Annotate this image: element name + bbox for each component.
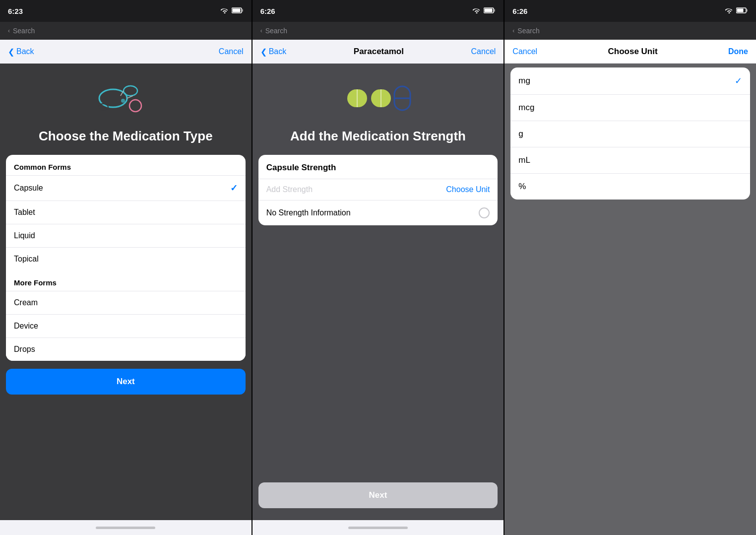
status-icons-panel3 — [725, 7, 748, 15]
search-bar-panel1[interactable]: ‹ Search — [0, 22, 252, 40]
search-bar-panel3[interactable]: ‹ Search — [504, 22, 756, 40]
list-item-tablet[interactable]: Tablet — [6, 201, 246, 224]
back-chevron-icon-p2: ❮ — [260, 47, 267, 57]
panel-choose-medication-type: 6:23 ‹ Search ❮ Back Cancel — [0, 0, 252, 535]
medication-type-card: Common Forms Capsule ✓ Tablet Liquid Top… — [6, 155, 246, 361]
battery-icon — [232, 7, 244, 15]
next-button-panel2-disabled: Next — [258, 482, 498, 508]
no-strength-row[interactable]: No Strength Information — [258, 200, 498, 225]
page-title-panel2: Add the Medication Strength — [280, 128, 476, 155]
back-label-panel2: Back — [269, 47, 287, 56]
search-bar-panel2[interactable]: ‹ Search — [252, 22, 504, 40]
capsule-illustration — [343, 78, 413, 118]
status-bar-panel2: 6:26 — [252, 0, 504, 22]
unit-mg-label: mg — [518, 76, 530, 86]
drops-label: Drops — [14, 345, 35, 354]
nav-bar-panel3: Cancel Choose Unit Done — [504, 40, 756, 64]
search-bar-text-panel3: Search — [517, 27, 539, 35]
home-bar-panel2 — [348, 527, 408, 529]
svg-point-5 — [129, 100, 141, 112]
svg-rect-11 — [485, 8, 493, 12]
next-button-panel1[interactable]: Next — [6, 369, 246, 395]
strength-card: Capsule Strength Add Strength Choose Uni… — [258, 155, 498, 225]
back-button-panel1[interactable]: ❮ Back — [8, 47, 34, 57]
unit-g-label: g — [518, 129, 523, 139]
no-strength-radio[interactable] — [479, 207, 490, 218]
topical-label: Topical — [14, 255, 39, 264]
unit-item-ml[interactable]: mL — [510, 147, 750, 173]
unit-item-mcg[interactable]: mcg — [510, 94, 750, 121]
unit-ml-label: mL — [518, 155, 530, 165]
status-icons-panel1 — [221, 7, 244, 15]
liquid-label: Liquid — [14, 231, 35, 240]
cream-label: Cream — [14, 298, 38, 307]
wifi-icon-p2 — [473, 7, 481, 15]
common-forms-label: Common Forms — [6, 155, 246, 175]
svg-point-7 — [121, 99, 125, 103]
home-bar-panel1 — [96, 527, 155, 529]
svg-rect-21 — [747, 9, 748, 11]
status-icons-panel2 — [473, 7, 496, 15]
status-bar-panel1: 6:23 — [0, 0, 252, 22]
wifi-icon-p3 — [725, 7, 733, 15]
more-forms-label: More Forms — [6, 270, 246, 291]
nav-bar-panel2: ❮ Back Paracetamol Cancel — [252, 40, 504, 64]
strength-input-row[interactable]: Add Strength Choose Unit — [258, 179, 498, 200]
page-title-panel1: Choose the Medication Type — [29, 128, 223, 155]
choose-unit-button[interactable]: Choose Unit — [446, 185, 490, 194]
done-button-panel3[interactable]: Done — [728, 47, 748, 56]
hero-image-panel2 — [252, 64, 504, 128]
battery-icon-p3 — [736, 7, 748, 15]
back-chevron-icon: ❮ — [8, 47, 14, 57]
capsule-label: Capsule — [14, 184, 43, 193]
status-time-panel2: 6:26 — [260, 7, 275, 15]
battery-icon-p2 — [484, 7, 496, 15]
back-label-panel1: Back — [16, 47, 34, 56]
svg-rect-20 — [737, 8, 744, 12]
home-indicator-panel2 — [252, 520, 504, 535]
medication-type-illustration — [93, 78, 158, 118]
list-item-drops[interactable]: Drops — [6, 337, 246, 361]
list-item-device[interactable]: Device — [6, 314, 246, 337]
search-chevron-icon: ‹ — [8, 27, 10, 34]
unit-item-g[interactable]: g — [510, 121, 750, 147]
cancel-button-panel1[interactable]: Cancel — [219, 47, 244, 56]
unit-percent-label: % — [518, 182, 526, 192]
home-indicator-panel1 — [0, 520, 252, 535]
cancel-button-panel2[interactable]: Cancel — [471, 47, 496, 56]
hero-image-panel1 — [0, 64, 252, 128]
unit-mg-checkmark: ✓ — [735, 75, 742, 86]
list-item-topical[interactable]: Topical — [6, 247, 246, 270]
unit-item-mg[interactable]: mg ✓ — [510, 67, 750, 94]
capsule-checkmark: ✓ — [230, 183, 238, 194]
svg-rect-1 — [232, 8, 240, 12]
content-area-panel1: Choose the Medication Type Common Forms … — [0, 64, 252, 520]
unit-picker-card: mg ✓ mcg g mL % — [510, 67, 750, 200]
search-bar-text-panel1: Search — [13, 27, 35, 35]
nav-bar-panel1: ❮ Back Cancel — [0, 40, 252, 64]
panel-add-medication-strength: 6:26 ‹ Search ❮ Back Paracet — [252, 0, 504, 535]
nav-title-panel2: Paracetamol — [354, 47, 404, 57]
list-item-liquid[interactable]: Liquid — [6, 224, 246, 247]
svg-point-4 — [124, 86, 137, 96]
cancel-button-panel3[interactable]: Cancel — [512, 47, 537, 56]
back-button-panel2[interactable]: ❮ Back — [260, 47, 287, 57]
content-area-panel2: Add the Medication Strength Capsule Stre… — [252, 64, 504, 520]
content-area-panel3: mg ✓ mcg g mL % — [504, 64, 756, 535]
strength-card-title: Capsule Strength — [258, 155, 498, 179]
unit-item-percent[interactable]: % — [510, 173, 750, 200]
wifi-icon — [221, 7, 229, 15]
list-item-cream[interactable]: Cream — [6, 291, 246, 314]
status-bar-panel3: 6:26 — [504, 0, 756, 22]
svg-rect-12 — [494, 9, 496, 11]
list-item-capsule[interactable]: Capsule ✓ — [6, 175, 246, 201]
search-chevron-icon-p3: ‹ — [512, 27, 514, 34]
tablet-label: Tablet — [14, 208, 35, 217]
no-strength-text: No Strength Information — [266, 208, 351, 217]
nav-title-panel3: Choose Unit — [608, 47, 658, 57]
search-bar-text-panel2: Search — [265, 27, 287, 35]
search-chevron-icon-p2: ‹ — [260, 27, 262, 34]
svg-rect-2 — [242, 9, 243, 11]
unit-mcg-label: mcg — [518, 103, 534, 113]
strength-input-placeholder[interactable]: Add Strength — [266, 185, 313, 194]
